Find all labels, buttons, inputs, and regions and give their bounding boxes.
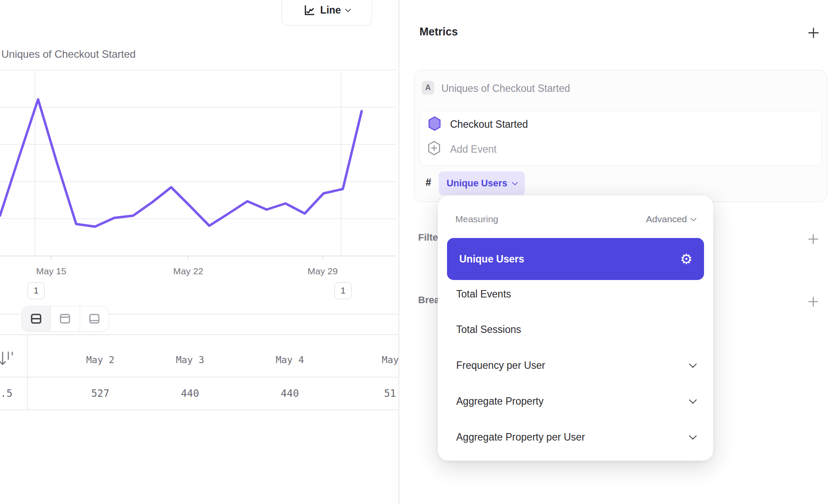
event-name[interactable]: Checkout Started — [450, 119, 528, 130]
chevron-down-icon — [689, 360, 697, 368]
metric-badge: A — [422, 81, 434, 94]
chart-type-dropdown[interactable]: Line — [282, 0, 372, 25]
advanced-label: Advanced — [646, 214, 687, 224]
advanced-toggle[interactable]: Advanced — [646, 214, 696, 224]
table-header-cell[interactable]: May 4 — [276, 354, 304, 365]
bottom-bar-layout-icon — [88, 312, 101, 325]
add-event-icon — [427, 140, 441, 156]
x-axis-label: May 15 — [36, 266, 67, 276]
gear-icon[interactable]: ⚙ — [680, 252, 693, 266]
menu-item-aggregate-property[interactable]: Aggregate Property — [456, 396, 696, 407]
chevron-down-icon — [690, 215, 697, 221]
menu-item-total-events[interactable]: Total Events — [456, 288, 696, 300]
measuring-heading: Measuring — [455, 214, 498, 224]
chevron-down-icon — [512, 179, 518, 186]
top-bar-layout-icon — [59, 312, 71, 325]
page-button-right[interactable]: 1 — [335, 282, 352, 299]
event-hexagon-icon — [427, 116, 442, 132]
chevron-down-icon — [345, 6, 351, 12]
measuring-dropdown: Measuring Advanced Unique Users ⚙ Total … — [438, 196, 713, 461]
add-metric-button[interactable] — [807, 26, 820, 39]
table-cell: 527 — [91, 388, 109, 399]
table-cell: 440 — [281, 388, 299, 399]
table-cell: 51 — [384, 388, 396, 399]
line-chart-icon — [303, 4, 315, 16]
measure-chip-label: Unique Users — [447, 178, 507, 189]
chart-title: Uniques of Checkout Started — [1, 48, 136, 60]
table-header-border — [0, 377, 399, 378]
table-column-divider — [27, 334, 28, 410]
chevron-down-icon — [689, 432, 697, 440]
table-header-cell[interactable]: May — [382, 354, 399, 365]
measure-chip[interactable]: Unique Users — [439, 172, 525, 195]
menu-item-aggregate-property-per-user[interactable]: Aggregate Property per User — [456, 431, 696, 443]
split-layout-icon — [30, 312, 42, 325]
line-chart[interactable] — [0, 66, 396, 267]
table-cell: 440 — [181, 388, 199, 399]
layout-table-only-button[interactable] — [80, 306, 109, 331]
plus-icon — [807, 26, 820, 39]
chevron-down-icon — [689, 396, 697, 404]
plus-icon — [807, 295, 820, 308]
chart-type-label: Line — [320, 4, 341, 16]
add-filter-button[interactable] — [807, 233, 820, 245]
menu-item-unique-users[interactable]: Unique Users ⚙ — [447, 238, 704, 280]
plus-icon — [807, 233, 820, 245]
layout-chart-only-button[interactable] — [51, 306, 80, 331]
measure-symbol: # — [426, 177, 431, 189]
table-row-label-value: 0.5 — [0, 388, 13, 399]
menu-item-total-sessions[interactable]: Total Sessions — [456, 324, 696, 336]
metric-card-title[interactable]: Uniques of Checkout Started — [441, 83, 570, 94]
metrics-panel-title: Metrics — [419, 25, 458, 38]
layout-split-button[interactable] — [22, 306, 51, 331]
add-event-button[interactable]: Add Event — [450, 144, 496, 155]
table-header-cell[interactable]: May 3 — [176, 354, 204, 365]
analytics-app: Line Uniques of Checkout Started May 15 … — [0, 0, 831, 504]
sort-descending-icon[interactable] — [0, 350, 17, 369]
panel-divider — [398, 0, 399, 504]
add-breakdown-button[interactable] — [807, 295, 820, 308]
menu-item-frequency-per-user[interactable]: Frequency per User — [456, 360, 696, 371]
page-button-left[interactable]: 1 — [28, 282, 45, 299]
table-row-border — [0, 410, 399, 410]
x-axis-label: May 22 — [173, 266, 204, 276]
table-top-border — [0, 334, 399, 335]
layout-toggle-group — [21, 306, 109, 332]
x-axis-label: May 29 — [308, 266, 338, 276]
table-header-cell[interactable]: May 2 — [86, 354, 115, 365]
